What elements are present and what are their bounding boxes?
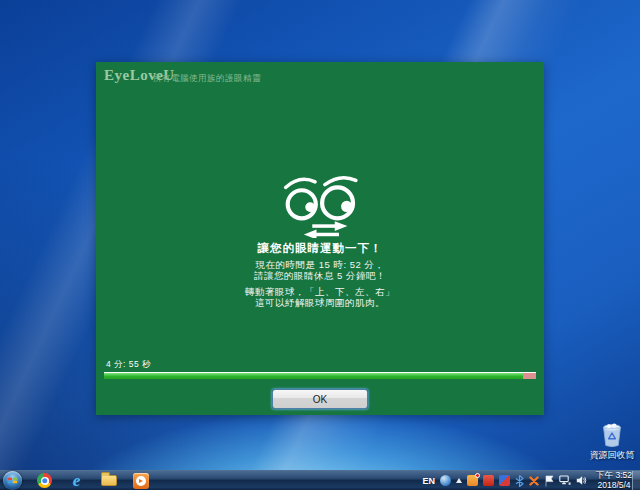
windows-start-orb-icon <box>7 475 18 486</box>
windows-explorer-icon <box>101 475 117 486</box>
show-desktop-button[interactable] <box>632 471 640 490</box>
language-indicator[interactable]: EN <box>423 476 436 486</box>
messenger-icon[interactable] <box>440 475 451 486</box>
rest-message-time: 現在的時間是 15 時: 52 分， 請讓您的眼睛休息 5 分鐘吧！ <box>96 259 544 281</box>
taskbar-media-player-button[interactable] <box>132 472 149 489</box>
recycle-bin-label: 資源回收筒 <box>588 449 636 462</box>
progress-fill <box>104 373 523 379</box>
pinned-apps: e <box>36 472 149 489</box>
start-button[interactable] <box>3 471 22 490</box>
action-center-flag-icon[interactable] <box>544 475 554 487</box>
progress-bar <box>104 372 536 379</box>
message-line: 轉動著眼球，「上、下、左、右」 <box>96 286 544 297</box>
blue-red-app-icon[interactable] <box>499 475 510 486</box>
system-tray: EN <box>423 471 632 490</box>
rest-heading: 讓您的眼睛運動一下！ <box>96 241 544 256</box>
internet-explorer-icon: e <box>73 473 81 488</box>
message-line: 這可以紓解眼球周圍的肌肉。 <box>96 297 544 308</box>
red-app-icon[interactable] <box>483 475 494 486</box>
recycle-bin-icon <box>599 420 625 448</box>
eyes-with-arrows-icon <box>264 172 376 238</box>
countdown-label: 4 分: 55 秒 <box>106 359 151 371</box>
network-icon[interactable] <box>559 475 571 486</box>
volume-icon[interactable] <box>576 475 587 486</box>
show-hidden-icons-arrow[interactable] <box>456 478 462 483</box>
taskbar: e EN <box>0 470 640 490</box>
rest-message-tip: 轉動著眼球，「上、下、左、右」 這可以紓解眼球周圍的肌肉。 <box>96 286 544 308</box>
eyeloveu-window: EyeLoveU 所有電腦使用族的護眼精靈 讓您的眼睛運動一下！ 現在的時間是 … <box>96 62 544 415</box>
desktop: EyeLoveU 所有電腦使用族的護眼精靈 讓您的眼睛運動一下！ 現在的時間是 … <box>0 0 640 490</box>
orange-cross-icon[interactable] <box>529 476 539 486</box>
bluetooth-icon[interactable] <box>515 475 524 487</box>
windows-media-player-icon <box>133 473 149 489</box>
app-tagline: 所有電腦使用族的護眼精靈 <box>153 73 261 85</box>
chrome-icon <box>37 473 52 488</box>
message-line: 請讓您的眼睛休息 5 分鐘吧！ <box>96 270 544 281</box>
progress-remainder <box>523 373 536 379</box>
taskbar-internet-explorer-button[interactable]: e <box>68 472 85 489</box>
ok-button[interactable]: OK <box>272 389 368 409</box>
clock-date: 2018/5/4 <box>598 481 631 490</box>
recycle-bin[interactable]: 資源回收筒 <box>588 420 636 462</box>
taskbar-explorer-button[interactable] <box>100 472 117 489</box>
taskbar-chrome-button[interactable] <box>36 472 53 489</box>
orange-badge-icon[interactable] <box>467 475 478 486</box>
message-line: 現在的時間是 15 時: 52 分， <box>96 259 544 270</box>
tray-clock[interactable]: 下午 3:52 2018/5/4 <box>596 471 632 490</box>
